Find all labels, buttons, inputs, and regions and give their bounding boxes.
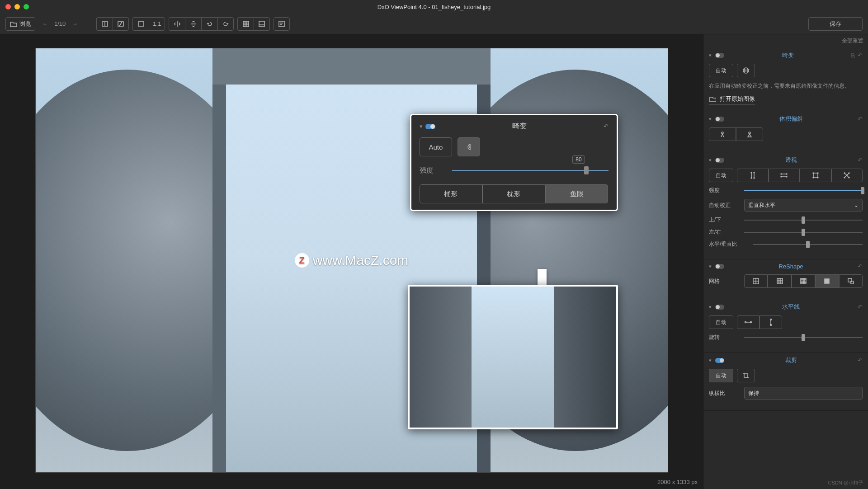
volume-mode-a-icon[interactable]	[709, 127, 736, 141]
grid-4x4-icon[interactable]	[792, 274, 815, 288]
updown-slider[interactable]	[744, 220, 863, 221]
flip-v-icon[interactable]	[185, 17, 201, 31]
auto-correct-select[interactable]: 垂直和水平 ⌄	[744, 199, 863, 212]
next-image[interactable]: →	[68, 20, 81, 27]
grid-icon[interactable]	[237, 17, 254, 31]
svg-rect-5	[279, 21, 284, 27]
grid-solid-icon[interactable]	[815, 274, 839, 288]
undo-icon[interactable]: ↶	[858, 263, 863, 270]
undo-icon[interactable]: ↶	[858, 116, 863, 122]
horizon-h-icon[interactable]	[737, 315, 760, 329]
crop-manual-icon[interactable]	[737, 369, 755, 382]
browse-label: 浏览	[19, 20, 31, 28]
auto-correct-label: 自动校正	[709, 202, 741, 209]
reshape-toggle[interactable]	[715, 264, 724, 269]
svg-rect-31	[825, 279, 829, 283]
result-thumbnail	[408, 285, 618, 429]
panel-title: ReShape	[728, 263, 854, 270]
maximize-window[interactable]	[24, 4, 29, 9]
svg-rect-2	[138, 22, 144, 26]
page-nav: ← 1/10 →	[39, 20, 81, 27]
aspect-select[interactable]: 保持	[744, 387, 863, 400]
manual-distortion-icon[interactable]	[458, 137, 480, 156]
reset-all-button[interactable]: 全部重置	[842, 37, 863, 45]
updown-label: 上/下	[709, 216, 741, 224]
open-original-link[interactable]: 打开原始图像	[709, 95, 755, 104]
persp-horizontal-icon[interactable]	[769, 169, 800, 182]
fit-screen-icon[interactable]	[132, 17, 149, 31]
undo-icon[interactable]: ↶	[858, 304, 863, 310]
svg-rect-3	[243, 21, 249, 27]
collapse-icon[interactable]: ▾	[709, 116, 712, 122]
mode-fisheye[interactable]: 鱼眼	[545, 184, 608, 203]
intensity-slider[interactable]: 80	[452, 164, 609, 177]
collapse-icon[interactable]: ▾	[709, 263, 712, 269]
undo-icon[interactable]: ↶	[858, 357, 863, 364]
browse-button[interactable]: 浏览	[5, 17, 35, 31]
perspective-toggle[interactable]	[715, 158, 724, 163]
chevron-down-icon: ⌄	[854, 202, 859, 208]
auto-button[interactable]: 自动	[709, 169, 733, 182]
info-overlay-icon[interactable]	[274, 17, 290, 31]
window-controls	[5, 4, 29, 9]
crop-toggle[interactable]	[715, 358, 724, 363]
grid-3x3-icon[interactable]	[768, 274, 791, 288]
distortion-toggle[interactable]	[425, 124, 435, 129]
grid-2x2-icon[interactable]	[744, 274, 768, 288]
prev-image[interactable]: ←	[39, 20, 52, 27]
auto-button[interactable]: 自动	[709, 64, 733, 77]
intensity-slider[interactable]	[744, 190, 863, 191]
grid-custom-icon[interactable]	[839, 274, 863, 288]
volume-toggle[interactable]	[715, 117, 724, 122]
rotate-slider[interactable]	[744, 337, 863, 338]
panel-title: 透视	[728, 156, 854, 164]
preview-image[interactable]: Z www.MacZ.com ▾ 畸变 ↶ Auto	[35, 48, 668, 473]
window-title: DxO ViewPoint 4.0 - 01_fisheye_tutorial.…	[377, 4, 491, 10]
auto-button[interactable]: Auto	[420, 137, 453, 156]
collapse-icon[interactable]: ▾	[709, 52, 712, 58]
collapse-icon[interactable]: ▾	[709, 304, 712, 310]
persp-vertical-icon[interactable]	[737, 169, 769, 182]
mode-barrel[interactable]: 桶形	[420, 184, 482, 203]
hvratio-slider[interactable]	[753, 244, 863, 245]
close-window[interactable]	[5, 4, 11, 9]
copy-icon[interactable]: ⎘	[851, 52, 855, 59]
panel-title: 水平线	[728, 303, 854, 311]
save-button[interactable]: 保存	[808, 17, 863, 31]
minimize-window[interactable]	[14, 4, 20, 9]
page-indicator: 1/10	[54, 20, 66, 27]
horizon-v-icon[interactable]	[760, 315, 782, 329]
undo-icon[interactable]: ↶	[858, 157, 863, 164]
persp-rectangle-icon[interactable]	[800, 169, 831, 182]
rotate-right-icon[interactable]	[217, 17, 234, 31]
mode-pincushion[interactable]: 枕形	[482, 184, 545, 203]
distortion-popup: ▾ 畸变 ↶ Auto 强度 80	[410, 114, 618, 211]
collapse-icon[interactable]: ▾	[420, 123, 423, 130]
compare-side-icon[interactable]	[96, 17, 113, 31]
rotate-left-icon[interactable]	[201, 17, 217, 31]
watermark-badge: Z	[295, 253, 309, 268]
collapse-icon[interactable]: ▾	[709, 157, 712, 163]
svg-point-9	[749, 132, 750, 134]
zoom-11-button[interactable]: 1:1	[149, 17, 165, 31]
distortion-toggle[interactable]	[715, 53, 724, 58]
horizon-toggle[interactable]	[715, 305, 724, 310]
undo-icon[interactable]: ↶	[604, 123, 609, 130]
auto-button[interactable]: 自动	[709, 315, 733, 329]
guides-icon[interactable]	[254, 17, 270, 31]
distortion-popup-title: 畸变	[435, 122, 604, 131]
leftright-slider[interactable]	[744, 232, 863, 233]
folder-icon	[9, 20, 17, 28]
titlebar: DxO ViewPoint 4.0 - 01_fisheye_tutorial.…	[0, 0, 868, 14]
compare-split-icon[interactable]	[113, 17, 129, 31]
persp-8point-icon[interactable]	[831, 169, 863, 182]
auto-button[interactable]: 自动	[709, 369, 733, 382]
collapse-icon[interactable]: ▾	[709, 357, 712, 363]
manual-distortion-icon[interactable]	[737, 64, 755, 77]
volume-mode-b-icon[interactable]	[736, 127, 763, 141]
panel-crop: ▾ 裁剪 ↶ 自动 纵横比 保持	[703, 353, 868, 411]
panel-title: 体积偏斜	[728, 115, 854, 123]
flip-h-icon[interactable]	[169, 17, 185, 31]
undo-icon[interactable]: ↶	[858, 52, 863, 59]
distortion-icon	[467, 143, 471, 150]
